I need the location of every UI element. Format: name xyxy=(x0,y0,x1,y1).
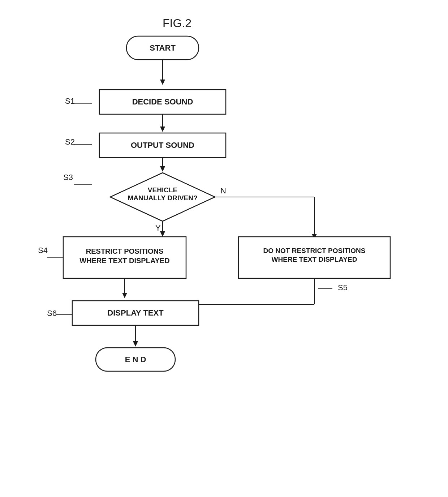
no-restrict-label-line2: WHERE TEXT DISPLAYED xyxy=(272,256,357,263)
n-label: N xyxy=(220,186,226,195)
decision-label-line1: VEHICLE xyxy=(148,186,177,194)
s3-label: S3 xyxy=(63,173,73,182)
s6-label: S6 xyxy=(47,309,57,318)
s2-label: S2 xyxy=(65,137,75,146)
svg-marker-1 xyxy=(160,80,165,85)
y-label: Y xyxy=(155,223,161,232)
figure-title: FIG.2 xyxy=(163,17,191,30)
output-sound-label: OUTPUT SOUND xyxy=(131,141,194,150)
display-text-label: DISPLAY TEXT xyxy=(107,308,164,317)
svg-marker-5 xyxy=(160,166,165,172)
s1-label: S1 xyxy=(65,97,75,106)
end-label: E N D xyxy=(125,355,146,364)
no-restrict-label-line1: DO NOT RESTRICT POSITIONS xyxy=(263,247,366,254)
svg-marker-17 xyxy=(133,341,138,347)
s5-label: S5 xyxy=(338,283,348,292)
start-label: START xyxy=(150,43,176,52)
flowchart-container: FIG.2 START S1 DECIDE SOUND S2 OUTPUT SO… xyxy=(0,0,448,497)
svg-marker-3 xyxy=(160,127,165,132)
s4-label: S4 xyxy=(38,246,48,255)
restrict-label-line1: RESTRICT POSITIONS xyxy=(86,247,163,255)
svg-marker-7 xyxy=(160,231,165,237)
restrict-label-line2: WHERE TEXT DISPLAYED xyxy=(79,257,169,265)
decide-sound-label: DECIDE SOUND xyxy=(132,97,193,106)
svg-marker-12 xyxy=(122,293,127,298)
decision-label-line2: MANUALLY DRIVEN? xyxy=(128,194,197,202)
